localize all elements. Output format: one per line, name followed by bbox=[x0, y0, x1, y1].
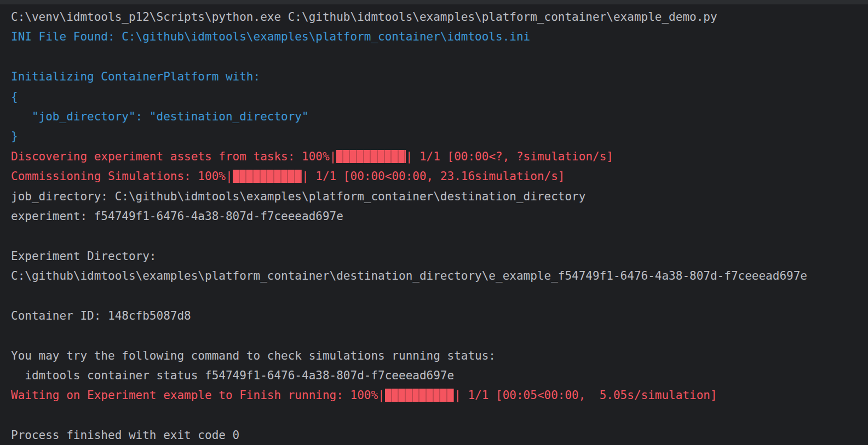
console-line-json-close: } bbox=[11, 126, 868, 146]
console-line-progress-discover: Discovering experiment assets from tasks… bbox=[11, 147, 868, 166]
console-line-exit-code: Process finished with exit code 0 bbox=[11, 425, 868, 445]
console-line-json-jobdir: "job_directory": "destination_directory" bbox=[11, 107, 868, 126]
console-line-hint: You may try the following command to che… bbox=[11, 346, 868, 366]
console-line-blank bbox=[11, 47, 868, 67]
progress-prefix: Discovering experiment assets from tasks… bbox=[11, 150, 336, 163]
progress-suffix: | 1/1 [00:05<00:00, 5.05s/simulation] bbox=[454, 389, 717, 402]
console-output: C:\venv\idmtools_p12\Scripts\python.exe … bbox=[0, 4, 868, 445]
console-line-command: C:\venv\idmtools_p12\Scripts\python.exe … bbox=[11, 7, 868, 27]
console-line-blank bbox=[11, 226, 868, 246]
console-line-progress-commission: Commissioning Simulations: 100%|████████… bbox=[11, 166, 868, 186]
console-line-json-open: { bbox=[11, 87, 868, 107]
progress-prefix: Commissioning Simulations: 100%| bbox=[11, 170, 233, 183]
window-top-strip bbox=[0, 0, 868, 4]
progress-prefix: Waiting on Experiment example to Finish … bbox=[11, 389, 385, 402]
console-line-blank bbox=[11, 406, 868, 425]
progress-suffix: | 1/1 [00:00<?, ?simulation/s] bbox=[406, 150, 613, 163]
console-line-ini-found: INI File Found: C:\github\idmtools\examp… bbox=[11, 27, 868, 47]
console-line-progress-waiting: Waiting on Experiment example to Finish … bbox=[11, 385, 868, 405]
console-line-status-command: idmtools container status f54749f1-6476-… bbox=[11, 366, 868, 385]
console-line-jobdir: job_directory: C:\github\idmtools\exampl… bbox=[11, 187, 868, 206]
console-line-expdir-path: C:\github\idmtools\examples\platform_con… bbox=[11, 266, 868, 286]
console-line-experiment-id: experiment: f54749f1-6476-4a38-807d-f7ce… bbox=[11, 206, 868, 226]
console-line-blank bbox=[11, 286, 868, 305]
progress-bar: ██████████ bbox=[336, 150, 405, 163]
console-line-expdir-label: Experiment Directory: bbox=[11, 246, 868, 266]
progress-suffix: | 1/1 [00:00<00:00, 23.16simulation/s] bbox=[302, 170, 565, 183]
console-line-container-id: Container ID: 148cfb5087d8 bbox=[11, 306, 868, 326]
console-line-init-platform: Initializing ContainerPlatform with: bbox=[11, 67, 868, 86]
console-line-blank bbox=[11, 326, 868, 345]
progress-bar: ██████████ bbox=[233, 170, 302, 183]
progress-bar: ██████████ bbox=[385, 389, 454, 402]
